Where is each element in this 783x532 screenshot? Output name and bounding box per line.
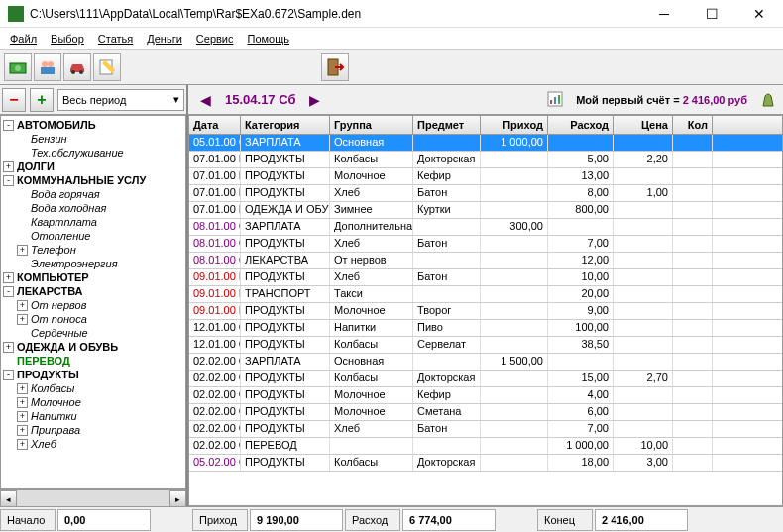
tree-item[interactable]: Тех.обслуживание <box>3 146 183 160</box>
column-header[interactable]: Цена <box>614 116 673 134</box>
category-tree[interactable]: -АВТОМОБИЛЬБензинТех.обслуживание+ДОЛГИ-… <box>0 115 186 489</box>
menu-Сервис[interactable]: Сервис <box>190 31 240 47</box>
tree-item[interactable]: +ОДЕЖДА И ОБУВЬ <box>3 340 183 354</box>
tree-toggle-icon[interactable]: + <box>17 383 28 394</box>
menu-Выбор[interactable]: Выбор <box>45 31 90 47</box>
table-row[interactable]: 02.02.00 СПРОДУКТЫМолочноеКефир4,00 <box>189 387 782 404</box>
tree-item[interactable]: Вода холодная <box>3 201 183 215</box>
table-row[interactable]: 08.01.00 СЗАРПЛАТАДополнительна300,00 <box>189 219 782 236</box>
menu-Файл[interactable]: Файл <box>4 31 43 47</box>
transactions-grid[interactable]: ДатаКатегорияГруппаПредметПриходРасходЦе… <box>188 115 783 506</box>
column-header[interactable]: Расход <box>548 116 614 134</box>
tree-item[interactable]: Сердечные <box>3 326 183 340</box>
tree-item[interactable]: +Хлеб <box>3 437 183 451</box>
toolbar-car-icon[interactable] <box>63 53 91 81</box>
column-header[interactable]: Дата <box>189 116 241 134</box>
tree-item[interactable]: -ЛЕКАРСТВА <box>3 284 183 298</box>
column-header[interactable]: Предмет <box>413 116 481 134</box>
cell: ПРОДУКТЫ <box>241 303 330 319</box>
cell <box>614 387 673 403</box>
tree-item[interactable]: Квартплата <box>3 215 183 229</box>
cell: 13,00 <box>548 168 614 184</box>
tree-item[interactable]: Бензин <box>3 132 183 146</box>
table-row[interactable]: 02.02.00 СПРОДУКТЫКолбасыДокторская15,00… <box>189 371 782 387</box>
tree-item[interactable]: -ПРОДУКТЫ <box>3 368 183 381</box>
tree-toggle-icon[interactable]: + <box>17 397 28 408</box>
tree-item[interactable]: +КОМПЬЮТЕР <box>3 270 183 284</box>
tree-item[interactable]: +От поноса <box>3 312 183 326</box>
toolbar-people-icon[interactable] <box>34 53 61 81</box>
minimize-button[interactable]: ─ <box>648 2 680 26</box>
prev-date-button[interactable]: ◀ <box>194 92 217 108</box>
close-button[interactable]: ✕ <box>743 2 775 26</box>
tree-toggle-icon[interactable]: - <box>3 120 14 131</box>
column-header[interactable]: Приход <box>481 116 548 134</box>
tree-item[interactable]: +Телефон <box>3 243 183 257</box>
cell <box>481 253 548 268</box>
tree-toggle-icon[interactable]: + <box>17 439 28 450</box>
tree-item[interactable]: +Напитки <box>3 409 183 423</box>
cell <box>614 286 673 302</box>
tree-toggle-icon[interactable]: - <box>3 286 14 297</box>
tree-item[interactable]: ПЕРЕВОД <box>3 354 183 368</box>
tree-item[interactable]: -АВТОМОБИЛЬ <box>3 118 183 132</box>
menu-Помощь[interactable]: Помощь <box>242 31 296 47</box>
tree-toggle-icon[interactable]: + <box>17 300 28 311</box>
next-date-button[interactable]: ▶ <box>303 92 326 108</box>
bag-icon[interactable] <box>759 90 777 110</box>
tree-item[interactable]: +Приправа <box>3 423 183 437</box>
table-row[interactable]: 05.02.00 СПРОДУКТЫКолбасыДокторская18,00… <box>189 455 782 472</box>
table-row[interactable]: 07.01.00 ГПРОДУКТЫХлебБатон8,001,00 <box>189 185 782 202</box>
table-row[interactable]: 09.01.00 ВПРОДУКТЫХлебБатон10,00 <box>189 269 782 286</box>
column-header[interactable]: Кол <box>673 116 713 134</box>
table-row[interactable]: 07.01.00 ГПРОДУКТЫМолочноеКефир13,00 <box>189 168 782 185</box>
tree-item[interactable]: +Молочное <box>3 395 183 409</box>
cell <box>673 202 713 218</box>
menu-Деньги[interactable]: Деньги <box>141 31 188 47</box>
cell <box>614 168 673 184</box>
tree-toggle-icon[interactable]: + <box>17 425 28 436</box>
tree-scrollbar[interactable]: ◂ ▸ <box>0 489 186 506</box>
toolbar-money-icon[interactable] <box>4 53 32 81</box>
table-row[interactable]: 07.01.00 ГОДЕЖДА И ОБУВЗимнееКуртки800,0… <box>189 202 782 219</box>
report-icon[interactable] <box>546 90 564 110</box>
tree-item[interactable]: +Колбасы <box>3 381 183 395</box>
scroll-left-icon[interactable]: ◂ <box>0 490 17 506</box>
tree-toggle-icon[interactable]: + <box>3 342 14 353</box>
column-header[interactable]: Группа <box>330 116 413 134</box>
tree-toggle-icon[interactable]: - <box>3 175 14 186</box>
table-row[interactable]: 08.01.00 СЛЕКАРСТВАОт нервов12,00 <box>189 253 782 269</box>
remove-button[interactable]: − <box>2 88 26 112</box>
table-row[interactable]: 02.02.00 СПРОДУКТЫМолочноеСметана6,00 <box>189 404 782 421</box>
toolbar-exit-icon[interactable] <box>321 53 349 81</box>
toolbar-edit-icon[interactable] <box>93 53 121 81</box>
period-dropdown[interactable]: Весь период ▾ <box>57 89 184 111</box>
maximize-button[interactable]: ☐ <box>696 2 727 26</box>
tree-toggle-icon[interactable]: + <box>17 314 28 325</box>
add-button[interactable]: + <box>30 88 54 112</box>
tree-toggle-icon[interactable]: + <box>17 411 28 422</box>
tree-item[interactable]: +ДОЛГИ <box>3 160 183 173</box>
table-row[interactable]: 07.01.00 ГПРОДУКТЫКолбасыДокторская5,002… <box>189 152 782 168</box>
tree-toggle-icon[interactable]: + <box>3 161 14 172</box>
menu-Статья[interactable]: Статья <box>92 31 139 47</box>
table-row[interactable]: 05.01.00 СЗАРПЛАТАОсновная1 000,00 <box>189 135 782 152</box>
tree-item[interactable]: -КОММУНАЛЬНЫЕ УСЛУ <box>3 173 183 187</box>
table-row[interactable]: 08.01.00 СПРОДУКТЫХлебБатон7,00 <box>189 236 782 253</box>
column-header[interactable]: Категория <box>241 116 330 134</box>
table-row[interactable]: 02.02.00 СПЕРЕВОД1 000,0010,00 <box>189 438 782 455</box>
table-row[interactable]: 09.01.00 ВТРАНСПОРТТакси20,00 <box>189 286 782 303</box>
table-row[interactable]: 02.02.00 СПРОДУКТЫХлебБатон7,00 <box>189 421 782 438</box>
table-row[interactable]: 12.01.00 СПРОДУКТЫНапиткиПиво100,00 <box>189 320 782 337</box>
scroll-right-icon[interactable]: ▸ <box>169 490 186 506</box>
tree-item[interactable]: Электроэнергия <box>3 257 183 270</box>
tree-item[interactable]: Вода горячая <box>3 187 183 201</box>
table-row[interactable]: 02.02.00 СЗАРПЛАТАОсновная1 500,00 <box>189 354 782 371</box>
tree-item[interactable]: +От нервов <box>3 298 183 312</box>
table-row[interactable]: 12.01.00 СПРОДУКТЫКолбасыСервелат38,50 <box>189 337 782 354</box>
table-row[interactable]: 09.01.00 ВПРОДУКТЫМолочноеТворог9,00 <box>189 303 782 320</box>
tree-toggle-icon[interactable]: - <box>3 370 14 380</box>
tree-item[interactable]: Отопление <box>3 229 183 243</box>
tree-toggle-icon[interactable]: + <box>17 245 28 256</box>
tree-toggle-icon[interactable]: + <box>3 272 14 283</box>
